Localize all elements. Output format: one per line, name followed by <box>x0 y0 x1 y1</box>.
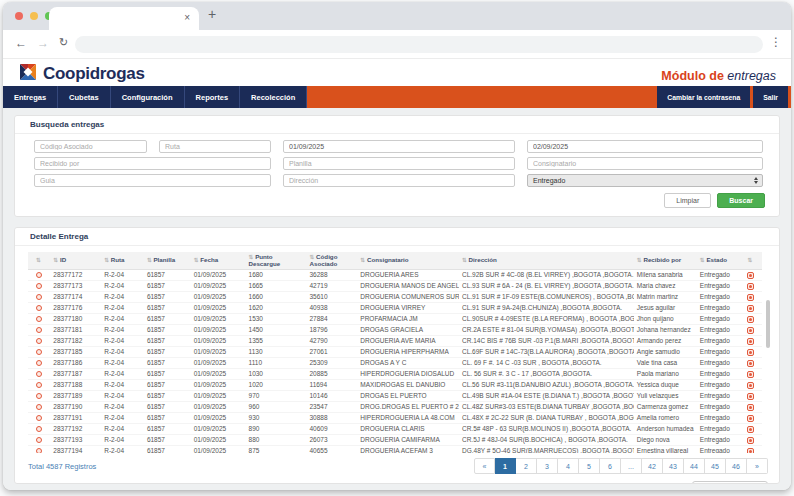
page-button-45[interactable]: 45 <box>705 458 726 474</box>
expand-row-icon[interactable] <box>36 316 42 322</box>
browser-menu-icon[interactable]: ⋮ <box>770 35 782 49</box>
buscar-button[interactable]: Buscar <box>717 193 765 208</box>
column-header-codigo-asociado[interactable]: ⇅Código Asociado <box>307 252 358 270</box>
row-action-icon[interactable] <box>747 360 754 367</box>
codigo-asociado-field[interactable] <box>34 140 147 153</box>
nav-item-cubetas[interactable]: Cubetas <box>58 86 111 108</box>
page-button-1[interactable]: 1 <box>495 458 516 474</box>
column-header-ruta[interactable]: ⇅Ruta <box>101 252 144 270</box>
row-action-icon[interactable] <box>747 272 754 279</box>
row-action-icon[interactable] <box>747 338 754 345</box>
row-action-icon[interactable] <box>747 382 754 389</box>
page-button-«[interactable]: « <box>474 458 495 474</box>
url-bar[interactable] <box>75 36 763 53</box>
expand-row-icon[interactable] <box>36 415 42 421</box>
row-action-icon[interactable] <box>747 316 754 323</box>
consignatario-field[interactable] <box>527 157 763 170</box>
row-action-icon[interactable] <box>747 283 754 290</box>
expand-row-icon[interactable] <box>36 338 42 344</box>
row-action-icon[interactable] <box>747 327 754 334</box>
row-action-icon[interactable] <box>747 404 754 411</box>
search-card: Busqueda entregas Entregad <box>14 115 780 217</box>
expand-row-icon[interactable] <box>36 371 42 377</box>
expand-row-icon[interactable] <box>36 360 42 366</box>
row-action-icon[interactable] <box>747 448 754 454</box>
row-action-icon[interactable] <box>747 393 754 400</box>
direccion-field[interactable] <box>283 174 515 187</box>
page-button-5[interactable]: 5 <box>579 458 600 474</box>
column-header-expand[interactable]: ⇅ <box>28 252 50 270</box>
expand-row-icon[interactable] <box>36 393 42 399</box>
row-action-icon[interactable] <box>747 426 754 433</box>
page-button-»[interactable]: » <box>747 458 768 474</box>
browser-tab[interactable]: × <box>49 7 199 30</box>
limpiar-button[interactable]: Limpiar <box>664 193 711 208</box>
row-action-icon[interactable] <box>747 437 754 444</box>
cell-planilla: 61857 <box>144 435 191 446</box>
column-header-id[interactable]: ⇅ID <box>50 252 101 270</box>
cell-ruta: R-2-04 <box>101 358 144 369</box>
page-button-42[interactable]: 42 <box>642 458 663 474</box>
tab-close-icon[interactable]: × <box>184 11 190 25</box>
page-button-43[interactable]: 43 <box>663 458 684 474</box>
row-action-icon[interactable] <box>747 305 754 312</box>
expand-row-icon[interactable] <box>36 437 42 443</box>
change-password-button[interactable]: Cambiar la contrasena <box>657 86 750 108</box>
cell-codigo-asociado: 36288 <box>307 270 358 281</box>
expand-row-icon[interactable] <box>36 283 42 289</box>
expand-row-icon[interactable] <box>36 404 42 410</box>
column-header-punto-descargue[interactable]: ⇅Punto Descargue <box>246 252 307 270</box>
logout-button[interactable]: Salir <box>753 86 788 108</box>
row-action-icon[interactable] <box>747 371 754 378</box>
planilla-field[interactable] <box>283 157 515 170</box>
column-header-actions[interactable]: ⇅ <box>740 252 762 270</box>
expand-row-icon[interactable] <box>36 426 42 432</box>
new-tab-button[interactable]: + <box>208 6 216 22</box>
total-records-link[interactable]: Total 4587 Registros <box>28 462 96 471</box>
page-button-44[interactable]: 44 <box>684 458 705 474</box>
nav-item-reportes[interactable]: Reportes <box>185 86 241 108</box>
close-window-button[interactable] <box>15 12 23 20</box>
row-action-icon[interactable] <box>747 294 754 301</box>
nav-item-entregas[interactable]: Entregas <box>3 86 58 108</box>
minimize-window-button[interactable] <box>30 12 38 20</box>
expand-row-icon[interactable] <box>36 349 42 355</box>
expand-row-icon[interactable] <box>36 448 42 453</box>
page-button-4[interactable]: 4 <box>558 458 579 474</box>
estado-select[interactable]: Entregado <box>527 174 763 187</box>
column-header-fecha[interactable]: ⇅Fecha <box>191 252 246 270</box>
page-button-...[interactable]: ... <box>621 458 642 474</box>
ruta-field[interactable] <box>159 140 271 153</box>
row-action-icon[interactable] <box>747 349 754 356</box>
column-header-direccion[interactable]: ⇅Dirección <box>459 252 634 270</box>
forward-icon[interactable]: → <box>37 36 49 50</box>
page-button-2[interactable]: 2 <box>516 458 537 474</box>
expand-row-icon[interactable] <box>36 294 42 300</box>
back-icon[interactable]: ← <box>15 36 27 50</box>
cell-punto-descargue: 1665 <box>246 281 307 292</box>
column-header-estado[interactable]: ⇅Estado <box>697 252 740 270</box>
expand-row-icon[interactable] <box>36 382 42 388</box>
row-action-icon[interactable] <box>747 415 754 422</box>
nav-item-configuraci-n[interactable]: Configuración <box>111 86 185 108</box>
cell-recibido-por: Maria chavez <box>634 281 697 292</box>
column-header-planilla[interactable]: ⇅Planilla <box>144 252 191 270</box>
cell-recibido-por: Johana hernandez <box>634 325 697 336</box>
page-button-3[interactable]: 3 <box>537 458 558 474</box>
fecha-desde-field[interactable] <box>283 140 515 153</box>
page-button-46[interactable]: 46 <box>726 458 747 474</box>
expand-row-icon[interactable] <box>36 305 42 311</box>
column-header-consignatario[interactable]: ⇅Consignatario <box>357 252 459 270</box>
table-scrollbar[interactable] <box>766 300 770 348</box>
fecha-hasta-field[interactable] <box>527 140 763 153</box>
expand-row-icon[interactable] <box>36 272 42 278</box>
recibido-por-field[interactable] <box>34 157 271 170</box>
nav-item-recolecci-n[interactable]: Recolección <box>240 86 307 108</box>
page-button-6[interactable]: 6 <box>600 458 621 474</box>
cell-recibido-por: Amelia romero <box>634 413 697 424</box>
column-header-recibido-por[interactable]: ⇅Recibido por <box>634 252 697 270</box>
reload-icon[interactable]: ↻ <box>59 36 68 49</box>
guia-field[interactable] <box>34 174 271 187</box>
export-to-excel-button[interactable]: Export to Excel <box>692 481 768 484</box>
expand-row-icon[interactable] <box>36 327 42 333</box>
